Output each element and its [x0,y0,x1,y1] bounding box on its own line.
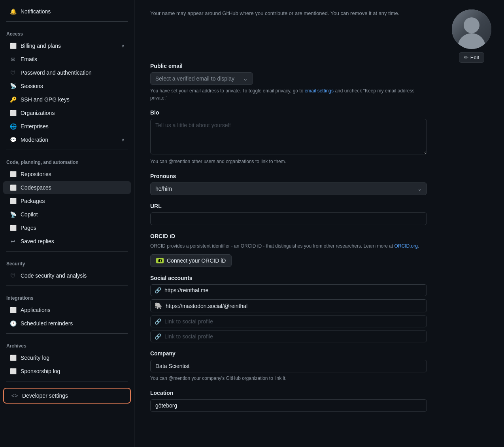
link-icon-4: 🔗 [155,333,161,340]
public-email-label: Public email [150,63,427,69]
sidebar-item-moderation[interactable]: 💬 Moderation ∨ [3,133,131,146]
sidebar-item-saved-replies[interactable]: ↩ Saved replies [3,235,131,248]
chevron-down-icon: ⌄ [243,75,248,82]
social-input-row-4: 🔗 [150,331,427,342]
archives-section-title: Archives [0,337,134,351]
orcid-org-link[interactable]: ORCID.org [395,243,418,249]
location-input[interactable] [150,399,427,412]
sidebar-item-organizations[interactable]: ⬜ Organizations [3,107,131,119]
social-input-1[interactable] [164,287,423,293]
social-input-2[interactable] [166,303,423,309]
sidebar-item-applications[interactable]: ⬜ Applications [3,304,131,316]
sidebar-item-pages[interactable]: ⬜ Pages [3,222,131,234]
company-input[interactable] [150,360,427,372]
pronouns-select-wrapper: he/him she/her they/them [150,182,427,195]
sessions-icon: 📡 [9,83,17,90]
social-inputs-list: 🔗 🐘 🔗 🔗 [150,284,427,342]
billing-icon: ⬜ [9,42,17,49]
globe-icon: 🌐 [9,123,17,130]
orcid-section: ORCID iD ORCID provides a persistent ide… [150,233,427,267]
sidebar: 🔔 Notifications Access ⬜ Billing and pla… [0,0,134,447]
company-label: Company [150,350,427,357]
codespaces-icon: ⬜ [9,184,17,191]
chevron-down-icon: ∨ [121,43,125,49]
location-label: Location [150,390,427,396]
orcid-description: ORCID provides a persistent identifier -… [150,242,427,250]
pronouns-select[interactable]: he/him she/her they/them [150,182,427,195]
social-input-row-2: 🐘 [150,299,427,312]
bio-section: Bio You can @mention other users and org… [150,109,427,165]
sidebar-item-sponsorship-log[interactable]: ⬜ Sponsorship log [3,365,131,378]
access-section-title: Access [0,25,134,39]
sidebar-item-code-security[interactable]: 🛡 Code security and analysis [3,269,131,282]
social-input-row-3: 🔗 [150,316,427,327]
name-notice: Your name may appear around GitHub where… [150,9,427,17]
bio-label: Bio [150,109,427,116]
apps-icon: ⬜ [9,306,17,314]
repo-icon: ⬜ [9,171,17,178]
sidebar-item-notifications[interactable]: 🔔 Notifications [3,5,131,18]
pronouns-label: Pronouns [150,173,427,179]
social-input-4[interactable] [164,333,423,340]
location-section: Location [150,390,427,412]
pencil-icon: ✏ [464,54,468,60]
sidebar-item-emails[interactable]: ✉ Emails [3,53,131,66]
moderation-icon: 💬 [9,136,17,143]
bell-icon: 🔔 [9,8,17,15]
avatar-section: ✏ Edit [452,9,491,63]
avatar [452,9,491,49]
link-icon-3: 🔗 [155,318,161,325]
social-accounts-label: Social accounts [150,275,427,281]
orcid-badge: iD [156,258,164,263]
sidebar-item-codespaces[interactable]: ⬜ Codespaces [3,181,131,194]
link-icon-1: 🔗 [155,287,161,293]
sidebar-item-enterprises[interactable]: 🌐 Enterprises [3,120,131,133]
bio-textarea[interactable] [150,119,427,154]
log-icon: ⬜ [9,354,17,361]
reply-icon: ↩ [9,238,17,245]
public-email-section: Public email Select a verified email to … [150,63,427,101]
sidebar-item-ssh[interactable]: 🔑 SSH and GPG keys [3,93,131,106]
sidebar-item-scheduled-reminders[interactable]: 🕐 Scheduled reminders [3,317,131,330]
lock-icon: 🛡 [9,272,17,279]
avatar-image [452,9,491,49]
sidebar-item-security-log[interactable]: ⬜ Security log [3,351,131,364]
social-accounts-section: Social accounts 🔗 🐘 🔗 🔗 [150,275,427,342]
sidebar-item-billing[interactable]: ⬜ Billing and plans ∨ [3,39,131,52]
reminder-icon: 🕐 [9,320,17,327]
email-select-dropdown[interactable]: Select a verified email to display ⌄ [150,72,253,85]
url-section: URL [150,203,427,225]
key-icon: 🔑 [9,96,17,103]
social-input-3[interactable] [164,318,423,325]
sidebar-item-sessions[interactable]: 📡 Sessions [3,80,131,92]
code-icon: <> [11,392,18,399]
code-section-title: Code, planning, and automation [0,153,134,167]
url-input[interactable] [150,212,427,225]
pages-icon: ⬜ [9,224,17,231]
social-input-row-1: 🔗 [150,284,427,296]
sidebar-item-password[interactable]: 🛡 Password and authentication [3,66,131,79]
company-section: Company You can @mention your company's … [150,350,427,382]
email-settings-link[interactable]: email settings [305,88,334,94]
org-icon: ⬜ [9,109,17,116]
profile-header: Your name may appear around GitHub where… [150,0,491,63]
sidebar-item-copilot[interactable]: 📡 Copilot [3,208,131,221]
sidebar-item-packages[interactable]: ⬜ Packages [3,195,131,207]
security-section-title: Security [0,255,134,269]
sidebar-item-developer-settings[interactable]: <> Developer settings [5,389,129,402]
sidebar-item-repositories[interactable]: ⬜ Repositories [3,168,131,180]
edit-avatar-button[interactable]: ✏ Edit [459,52,484,63]
url-label: URL [150,203,427,209]
chevron-down-icon: ∨ [121,137,125,143]
connect-orcid-button[interactable]: iD Connect your ORCID iD [150,254,232,267]
packages-icon: ⬜ [9,197,17,205]
copilot-icon: 📡 [9,211,17,218]
mastodon-icon: 🐘 [155,302,162,310]
pronouns-section: Pronouns he/him she/her they/them [150,173,427,195]
main-content: Your name may appear around GitHub where… [134,0,504,447]
company-hint: You can @mention your company's GitHub o… [150,375,427,382]
header-notice-area: Your name may appear around GitHub where… [150,9,452,25]
integrations-section-title: Integrations [0,289,134,303]
email-privacy-hint: You have set your email address to priva… [150,87,427,101]
email-select-placeholder: Select a verified email to display [155,75,234,82]
